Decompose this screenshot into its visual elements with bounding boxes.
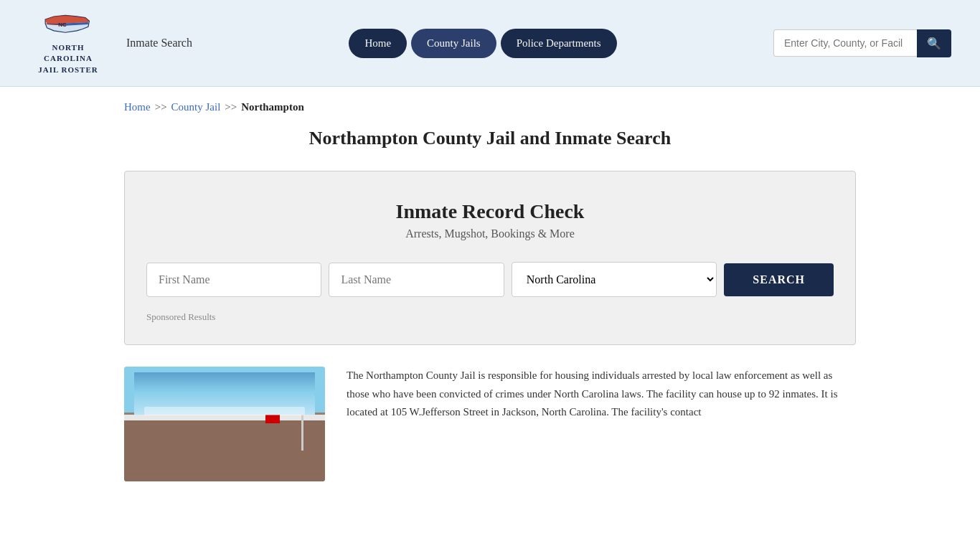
main-content: Home >> County Jail >> Northampton North… — [95, 87, 885, 496]
record-check-title: Inmate Record Check — [146, 200, 834, 223]
last-name-input[interactable] — [329, 263, 504, 297]
facility-image-inner — [124, 367, 325, 481]
logo-text: NORTH CAROLINA JAIL ROSTER — [29, 42, 108, 75]
flag-pole — [301, 415, 303, 451]
nc-state-svg: NC — [36, 11, 100, 39]
logo-line1: NORTH CAROLINA — [29, 42, 108, 65]
breadcrumb-sep2: >> — [225, 101, 237, 113]
nav-police-departments-button[interactable]: Police Departments — [501, 29, 617, 58]
header-search-area: 🔍 — [773, 29, 951, 57]
inmate-record-check-box: Inmate Record Check Arrests, Mugshot, Bo… — [124, 171, 856, 345]
svg-marker-1 — [45, 15, 89, 23]
site-logo[interactable]: NC NORTH CAROLINA JAIL ROSTER — [29, 11, 108, 75]
facility-info-section: The Northampton County Jail is responsib… — [124, 367, 856, 481]
header-search-button[interactable]: 🔍 — [917, 29, 951, 57]
building-shape — [124, 415, 325, 481]
sky-background — [134, 372, 315, 420]
sponsored-label: Sponsored Results — [146, 311, 834, 323]
breadcrumb-county-jail[interactable]: County Jail — [171, 101, 221, 113]
nav-county-jails-button[interactable]: County Jails — [411, 29, 496, 58]
site-header: NC NORTH CAROLINA JAIL ROSTER Inmate Sea… — [0, 0, 980, 87]
breadcrumb-sep1: >> — [155, 101, 167, 113]
nav-home-button[interactable]: Home — [349, 29, 407, 58]
facility-image — [124, 367, 325, 481]
page-title: Northampton County Jail and Inmate Searc… — [124, 128, 856, 149]
record-check-subtitle: Arrests, Mugshot, Bookings & More — [146, 227, 834, 240]
inmate-search-button[interactable]: SEARCH — [724, 263, 834, 296]
header-search-input[interactable] — [773, 29, 917, 57]
breadcrumb-current: Northampton — [241, 101, 304, 113]
inmate-search-label: Inmate Search — [126, 37, 192, 50]
breadcrumb: Home >> County Jail >> Northampton — [124, 101, 856, 113]
logo-line2: JAIL ROSTER — [29, 65, 108, 75]
inmate-search-form: North CarolinaAlabamaAlaskaArizonaArkans… — [146, 262, 834, 297]
flag-shape — [265, 415, 280, 423]
search-icon: 🔍 — [927, 37, 941, 50]
first-name-input[interactable] — [146, 263, 321, 297]
breadcrumb-home[interactable]: Home — [124, 101, 151, 113]
main-nav: Home County Jails Police Departments — [349, 29, 616, 58]
facility-description: The Northampton County Jail is responsib… — [347, 367, 856, 422]
state-select[interactable]: North CarolinaAlabamaAlaskaArizonaArkans… — [512, 262, 717, 297]
logo-area: NC NORTH CAROLINA JAIL ROSTER Inmate Sea… — [29, 11, 192, 75]
svg-text:NC: NC — [58, 22, 67, 28]
roof-detail — [124, 415, 325, 420]
